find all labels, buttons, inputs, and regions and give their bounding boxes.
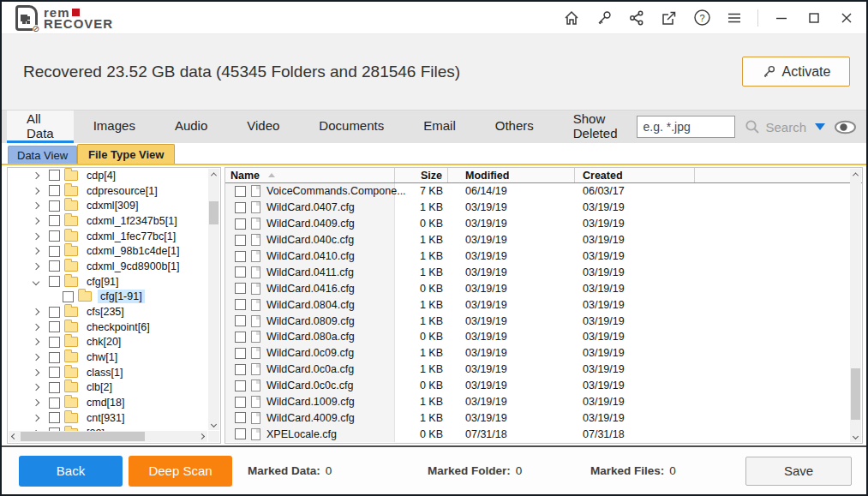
file-row[interactable]: WildCard.040c.cfg 1 KB 03/19/19 03/19/19 (225, 232, 850, 248)
file-row[interactable]: WildCard.0416.cfg 0 KB 03/19/19 03/19/19 (225, 280, 850, 296)
key-icon[interactable] (595, 9, 614, 27)
tree-item-checkbox[interactable] (49, 321, 60, 332)
menu-icon[interactable] (725, 9, 744, 27)
file-row[interactable]: WildCard.0809.cfg 1 KB 03/19/19 03/19/19 (225, 313, 850, 329)
scroll-right-arrow[interactable] (196, 431, 207, 442)
file-checkbox[interactable] (235, 364, 246, 375)
tree-item[interactable]: cdxml_1fec77bc[1] (8, 229, 208, 244)
file-checkbox[interactable] (235, 380, 246, 391)
activate-button[interactable]: Activate (742, 57, 850, 87)
file-row[interactable]: WildCard.0c0a.cfg 1 KB 03/19/19 03/19/19 (225, 362, 850, 378)
tree-item-checkbox[interactable] (63, 291, 74, 302)
minimize-button[interactable] (772, 9, 791, 27)
file-checkbox[interactable] (235, 283, 246, 294)
tree-item[interactable]: cdxml_98b1c4de[1] (8, 243, 208, 259)
file-checkbox[interactable] (235, 412, 246, 423)
chevron-icon[interactable] (33, 370, 44, 375)
chevron-icon[interactable] (33, 264, 44, 269)
help-icon[interactable]: ? (692, 9, 711, 27)
back-button[interactable]: Back (19, 456, 123, 487)
tree-item[interactable]: cfs[235] (8, 304, 208, 320)
tree-item-checkbox[interactable] (49, 337, 60, 348)
preview-eye-icon[interactable] (834, 120, 857, 134)
scroll-left-arrow[interactable] (9, 431, 20, 442)
tree-item-checkbox[interactable] (49, 397, 60, 409)
tree-item[interactable]: clb[2] (8, 380, 208, 396)
scroll-down-arrow[interactable] (208, 419, 219, 430)
tree-hscroll-thumb[interactable] (21, 432, 145, 441)
tree-item-checkbox[interactable] (49, 307, 60, 318)
chevron-icon[interactable] (33, 355, 44, 360)
tree-item-checkbox[interactable] (49, 352, 60, 363)
column-header-created[interactable]: Created (575, 168, 695, 182)
scroll-up-arrow[interactable] (208, 169, 219, 180)
chevron-icon[interactable] (33, 415, 44, 421)
maximize-button[interactable] (805, 9, 823, 27)
tree-item[interactable]: cdxml_9cd8900b[1] (8, 259, 208, 274)
file-checkbox[interactable] (235, 299, 246, 310)
tree-item[interactable]: chw[1] (8, 350, 208, 365)
tree-item[interactable]: cmd[18] (8, 395, 208, 410)
tree-item-checkbox[interactable] (49, 200, 60, 212)
file-checkbox[interactable] (235, 428, 246, 439)
file-checkbox[interactable] (235, 397, 246, 408)
tree-item-checkbox[interactable] (49, 185, 60, 196)
home-icon[interactable] (562, 9, 581, 27)
file-row[interactable]: WildCard.080a.cfg 0 KB 03/19/19 03/19/19 (225, 329, 850, 345)
tree-item-checkbox[interactable] (49, 215, 60, 226)
file-row[interactable]: WildCard.0410.cfg 1 KB 03/19/19 03/19/19 (225, 248, 850, 265)
file-checkbox[interactable] (235, 186, 246, 197)
share-icon[interactable] (627, 9, 646, 27)
file-row[interactable]: XPELocale.cfg 0 KB 07/31/18 07/31/18 (225, 426, 850, 442)
deep-scan-button[interactable]: Deep Scan (129, 456, 232, 487)
tree-item[interactable]: cdxml_1f2347b5[1] (8, 213, 208, 229)
chevron-icon[interactable] (33, 218, 44, 224)
view-tab[interactable]: Data View (8, 146, 77, 165)
filter-tab[interactable]: Images (74, 111, 155, 143)
file-row[interactable]: WildCard.0411.cfg 1 KB 03/19/19 03/19/19 (225, 264, 850, 280)
chevron-icon[interactable] (33, 400, 44, 405)
filter-tab[interactable]: Documents (299, 111, 404, 143)
column-header-name[interactable]: Name (225, 168, 395, 182)
file-row[interactable]: WildCard.0409.cfg 0 KB 03/19/19 03/19/19 (225, 216, 850, 232)
search-button[interactable]: Search (744, 118, 806, 135)
close-button[interactable] (837, 9, 856, 27)
chevron-icon[interactable] (33, 279, 44, 284)
tree-item[interactable]: checkpoint[6] (8, 320, 208, 335)
tree-item-checkbox[interactable] (49, 260, 60, 272)
tree-item[interactable]: chk[20] (8, 335, 208, 350)
tree-vertical-scrollbar[interactable] (208, 169, 219, 430)
tree-item[interactable]: cdp[4] (8, 168, 208, 183)
file-row[interactable]: WildCard.0407.cfg 1 KB 03/19/19 03/19/19 (225, 200, 850, 216)
tree-item-checkbox[interactable] (49, 170, 60, 181)
column-header-size[interactable]: Size (395, 168, 448, 182)
tree-item-checkbox[interactable] (49, 367, 60, 378)
filter-tab[interactable]: All Data (7, 111, 74, 143)
save-button[interactable]: Save (745, 457, 852, 486)
chevron-icon[interactable] (33, 203, 44, 208)
chevron-icon[interactable] (33, 173, 44, 178)
tree-item-checkbox[interactable] (49, 246, 60, 257)
file-checkbox[interactable] (235, 251, 246, 262)
file-row[interactable]: WildCard.1009.cfg 1 KB 03/19/19 03/19/19 (225, 394, 850, 410)
file-row[interactable]: VoiceCommands.Compone... 7 KB 06/14/19 0… (225, 183, 850, 200)
file-vscroll-thumb[interactable] (851, 368, 860, 420)
filter-tab[interactable]: Show Deleted (554, 111, 638, 143)
tree-item[interactable]: cnt[931] (8, 410, 208, 426)
tree-item[interactable]: cfg[91] (8, 274, 208, 290)
file-checkbox[interactable] (235, 235, 246, 246)
tree-item[interactable]: cdxml[309] (8, 198, 208, 213)
external-link-icon[interactable] (660, 9, 679, 27)
column-header-modified[interactable]: Modified (448, 168, 575, 182)
file-list-vertical-scrollbar[interactable] (850, 169, 861, 442)
tree-item-checkbox[interactable] (49, 382, 60, 393)
file-checkbox[interactable] (235, 348, 246, 359)
filter-tab[interactable]: Others (476, 111, 554, 143)
filter-tab[interactable]: Email (404, 111, 476, 143)
file-row[interactable]: WildCard.0804.cfg 1 KB 03/19/19 03/19/19 (225, 296, 850, 313)
chevron-icon[interactable] (33, 339, 44, 344)
chevron-icon[interactable] (33, 309, 44, 314)
file-checkbox[interactable] (235, 266, 246, 278)
chevron-icon[interactable] (33, 188, 44, 194)
tree-item[interactable]: cfg[1-91] (8, 290, 208, 305)
